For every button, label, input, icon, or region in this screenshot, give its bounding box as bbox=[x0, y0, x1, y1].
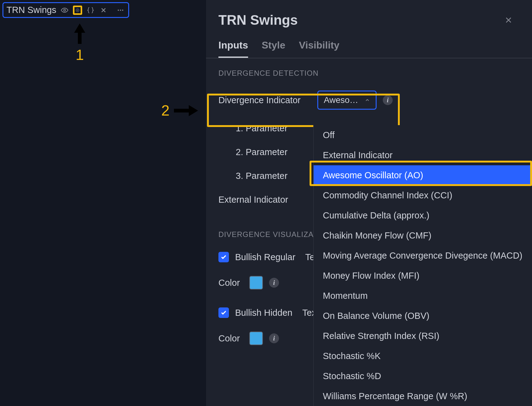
dropdown-item[interactable]: Cumulative Delta (approx.) bbox=[314, 205, 532, 226]
dropdown-item[interactable]: Chaikin Money Flow (CMF) bbox=[314, 226, 532, 246]
annotation-1-label: 1 bbox=[76, 46, 84, 63]
svg-point-3 bbox=[120, 10, 121, 11]
tab-inputs[interactable]: Inputs bbox=[218, 40, 248, 58]
dropdown-item[interactable]: External Indicator bbox=[314, 145, 532, 165]
bullish-hidden-label: Bullish Hidden bbox=[235, 308, 292, 318]
dropdown-item[interactable]: On Balance Volume (OBV) bbox=[314, 306, 532, 326]
row-divergence-indicator: Divergence Indicator Aweso… i bbox=[206, 84, 532, 116]
dropdown-item[interactable]: Off bbox=[314, 125, 532, 145]
param2-label: 2. Parameter bbox=[236, 147, 291, 157]
bullish-regular-color-label: Color bbox=[218, 278, 243, 288]
svg-point-0 bbox=[64, 9, 65, 11]
dropdown-item[interactable]: Awesome Oscillator (AO) bbox=[314, 165, 532, 185]
settings-gear-icon[interactable] bbox=[73, 6, 82, 15]
dropdown-item[interactable]: Stochastic %D bbox=[314, 366, 532, 386]
svg-point-4 bbox=[122, 10, 123, 11]
bullish-hidden-color-label: Color bbox=[218, 333, 243, 344]
param1-label: 1. Parameter bbox=[236, 123, 291, 133]
annotation-2: 2 bbox=[161, 102, 198, 119]
dialog-title: TRN Swings bbox=[218, 12, 298, 28]
dropdown-item[interactable]: Moving Average Convergence Divegence (MA… bbox=[314, 246, 532, 266]
indicator-legend[interactable]: TRN Swings bbox=[2, 2, 129, 18]
tab-style[interactable]: Style bbox=[262, 40, 285, 58]
annotation-1: 1 bbox=[74, 23, 85, 63]
bullish-hidden-checkbox[interactable] bbox=[218, 307, 229, 318]
dropdown-item[interactable]: Money Flow Index (MFI) bbox=[314, 266, 532, 286]
annotation-2-label: 2 bbox=[161, 102, 170, 119]
divergence-indicator-label: Divergence Indicator bbox=[218, 95, 311, 105]
dropdown-item[interactable]: Williams Percentage Range (W %R) bbox=[314, 386, 532, 406]
svg-point-2 bbox=[118, 10, 119, 11]
more-icon[interactable] bbox=[116, 6, 125, 15]
tab-visibility[interactable]: Visibility bbox=[299, 40, 339, 58]
indicator-title: TRN Swings bbox=[6, 5, 56, 15]
svg-point-1 bbox=[77, 10, 78, 11]
dropdown-item[interactable]: Momentum bbox=[314, 286, 532, 306]
bullish-regular-label: Bullish Regular bbox=[235, 252, 295, 262]
divergence-indicator-dropdown: OffExternal IndicatorAwesome Oscillator … bbox=[313, 125, 532, 406]
bullish-regular-color-swatch[interactable] bbox=[249, 276, 263, 290]
dropdown-item[interactable]: Relative Strength Index (RSI) bbox=[314, 326, 532, 346]
bullish-regular-checkbox[interactable] bbox=[218, 252, 229, 262]
info-icon[interactable]: i bbox=[383, 95, 393, 105]
divergence-indicator-select[interactable]: Aweso… bbox=[317, 91, 377, 110]
dropdown-item[interactable]: Stochastic %K bbox=[314, 346, 532, 366]
external-indicator-label: External Indicator bbox=[218, 195, 311, 205]
info-icon[interactable]: i bbox=[269, 278, 279, 288]
eye-icon[interactable] bbox=[60, 6, 69, 15]
dropdown-item[interactable]: Commodity Channel Index (CCI) bbox=[314, 185, 532, 205]
delete-icon[interactable] bbox=[99, 6, 108, 15]
section-divergence-detection: DIVERGENCE DETECTION bbox=[206, 58, 532, 84]
close-icon[interactable] bbox=[503, 15, 514, 26]
source-code-icon[interactable] bbox=[86, 6, 95, 15]
tab-bar: Inputs Style Visibility bbox=[206, 34, 532, 58]
divergence-indicator-value: Aweso… bbox=[324, 95, 358, 105]
param3-label: 3. Parameter bbox=[236, 171, 291, 181]
info-icon[interactable]: i bbox=[269, 333, 279, 343]
bullish-hidden-color-swatch[interactable] bbox=[249, 332, 263, 345]
